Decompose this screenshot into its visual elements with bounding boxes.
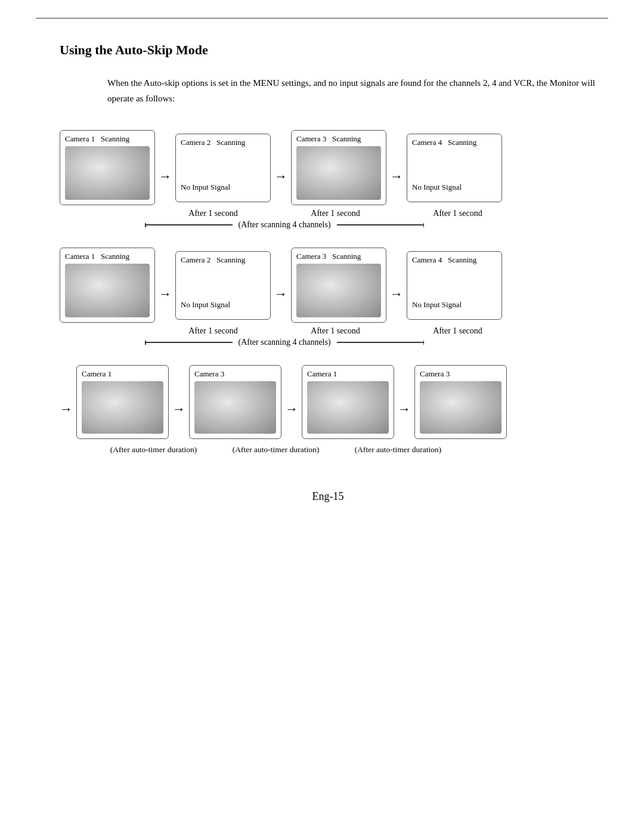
camera-2-signal: No Input Signal xyxy=(181,183,265,192)
result-cam1b-screen xyxy=(307,381,389,434)
diagram-section-2: Camera 1 Scanning → Camera 2 Scanning No… xyxy=(60,248,596,347)
leading-arrow: → xyxy=(60,387,75,417)
arrow-3b: → xyxy=(388,268,405,302)
diagram-row-1: Camera 1 Scanning → Camera 2 Scanning No… xyxy=(60,130,596,205)
diagram-section-3: → Camera 1 → Camera 3 → Camera 1 → xyxy=(60,365,596,455)
arrow-2: → xyxy=(272,151,290,184)
result-cam1-screen xyxy=(82,381,163,434)
camera-1b-box: Camera 1 Scanning xyxy=(60,248,155,323)
camera-4-signal: No Input Signal xyxy=(412,183,497,192)
result-cam3b-label: Camera 3 xyxy=(420,369,501,379)
timing-3: After 1 second xyxy=(397,209,519,218)
intro-text: When the Auto-skip options is set in the… xyxy=(107,76,596,106)
bracket-left-line-1 xyxy=(146,224,233,225)
camera-1b-screen xyxy=(65,264,150,317)
camera-1-box: Camera 1 Scanning xyxy=(60,130,155,205)
result-cam3a-screen xyxy=(194,381,276,434)
bracket-right-vert-1 xyxy=(423,223,425,227)
diagram-section-1: Camera 1 Scanning → Camera 2 Scanning No… xyxy=(60,130,596,230)
caption-2: (After auto-timer duration) xyxy=(215,445,337,455)
timing-2b: After 1 second xyxy=(274,326,397,336)
camera-4-box: Camera 4 Scanning No Input Signal xyxy=(407,134,502,202)
camera-2-box: Camera 2 Scanning No Input Signal xyxy=(175,134,271,202)
camera-4-label: Camera 4 Scanning xyxy=(412,138,497,147)
timing-3b: After 1 second xyxy=(397,326,519,336)
camera-3-screen xyxy=(296,146,381,200)
camera-1b-label: Camera 1 Scanning xyxy=(65,252,150,261)
bracket-left-line-2 xyxy=(146,342,233,343)
result-cam3b-screen xyxy=(420,381,501,434)
bracket-right-line-1 xyxy=(337,224,423,225)
diagram-row-2: Camera 1 Scanning → Camera 2 Scanning No… xyxy=(60,248,596,323)
caption-1: (After auto-timer duration) xyxy=(92,445,215,455)
camera-2b-signal: No Input Signal xyxy=(181,300,265,310)
result-arrow-3: → xyxy=(395,387,413,417)
camera-4b-signal: No Input Signal xyxy=(412,300,497,310)
timing-1: After 1 second xyxy=(152,209,274,218)
bracket-right-line-2 xyxy=(337,342,423,343)
result-cam3b-box: Camera 3 xyxy=(414,365,507,439)
result-cam1b-label: Camera 1 xyxy=(307,369,389,379)
timing-1b: After 1 second xyxy=(152,326,274,336)
result-arrow-1: → xyxy=(170,387,188,417)
arrow-1: → xyxy=(156,151,174,184)
camera-2b-label: Camera 2 Scanning xyxy=(181,255,265,265)
result-arrow-2: → xyxy=(283,387,301,417)
timing-labels-1: After 1 second After 1 second After 1 se… xyxy=(60,209,596,218)
arrow-1b: → xyxy=(156,268,174,302)
result-captions: (After auto-timer duration) (After auto-… xyxy=(60,445,596,455)
bracket-text-2: (After scanning 4 channels) xyxy=(233,338,337,347)
camera-4b-box: Camera 4 Scanning No Input Signal xyxy=(407,251,502,320)
camera-3b-screen xyxy=(296,264,381,317)
arrow-3: → xyxy=(388,151,405,184)
camera-2b-box: Camera 2 Scanning No Input Signal xyxy=(175,251,271,320)
camera-3-label: Camera 3 Scanning xyxy=(296,134,381,144)
page-number: Eng-15 xyxy=(60,490,596,503)
bracket-1: (After scanning 4 channels) xyxy=(60,220,596,230)
section-title: Using the Auto-Skip Mode xyxy=(60,42,596,58)
timing-labels-2: After 1 second After 1 second After 1 se… xyxy=(60,326,596,336)
camera-3b-label: Camera 3 Scanning xyxy=(296,252,381,261)
result-cam1-label: Camera 1 xyxy=(82,369,163,379)
camera-1-screen xyxy=(65,146,150,200)
diagram-row-3: → Camera 1 → Camera 3 → Camera 1 → xyxy=(60,365,596,439)
arrow-2b: → xyxy=(272,268,290,302)
bracket-right-vert-2 xyxy=(423,341,425,345)
result-cam3a-label: Camera 3 xyxy=(194,369,276,379)
timing-2: After 1 second xyxy=(274,209,397,218)
bracket-text-1: (After scanning 4 channels) xyxy=(233,220,337,230)
camera-2-label: Camera 2 Scanning xyxy=(181,138,265,147)
bracket-2: (After scanning 4 channels) xyxy=(60,338,596,347)
result-cam3a-box: Camera 3 xyxy=(189,365,281,439)
camera-4b-label: Camera 4 Scanning xyxy=(412,255,497,265)
result-cam1-box: Camera 1 xyxy=(76,365,169,439)
camera-3-box: Camera 3 Scanning xyxy=(291,130,386,205)
result-cam1b-box: Camera 1 xyxy=(302,365,394,439)
caption-3: (After auto-timer duration) xyxy=(337,445,459,455)
camera-3b-box: Camera 3 Scanning xyxy=(291,248,386,323)
camera-1-label: Camera 1 Scanning xyxy=(65,134,150,144)
